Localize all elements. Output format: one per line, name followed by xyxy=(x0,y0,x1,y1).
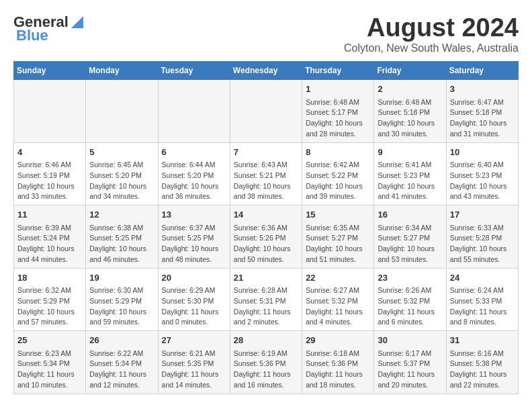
day-info: Sunrise: 6:40 AM Sunset: 5:23 PM Dayligh… xyxy=(450,160,515,202)
day-info: Sunrise: 6:34 AM Sunset: 5:27 PM Dayligh… xyxy=(378,223,442,265)
calendar-cell: 21Sunrise: 6:28 AM Sunset: 5:31 PM Dayli… xyxy=(230,268,302,331)
calendar-cell: 11Sunrise: 6:39 AM Sunset: 5:24 PM Dayli… xyxy=(14,205,86,269)
day-number: 23 xyxy=(378,271,442,285)
day-info: Sunrise: 6:44 AM Sunset: 5:20 PM Dayligh… xyxy=(162,160,226,202)
calendar-cell: 31Sunrise: 6:16 AM Sunset: 5:38 PM Dayli… xyxy=(446,331,518,394)
column-header-friday: Friday xyxy=(374,62,446,80)
day-info: Sunrise: 6:18 AM Sunset: 5:36 PM Dayligh… xyxy=(306,349,370,391)
calendar-cell: 25Sunrise: 6:23 AM Sunset: 5:34 PM Dayli… xyxy=(14,331,86,394)
day-info: Sunrise: 6:38 AM Sunset: 5:25 PM Dayligh… xyxy=(89,223,154,265)
calendar-cell: 28Sunrise: 6:19 AM Sunset: 5:36 PM Dayli… xyxy=(230,331,302,394)
calendar-cell: 1Sunrise: 6:48 AM Sunset: 5:17 PM Daylig… xyxy=(302,80,374,143)
calendar-cell: 9Sunrise: 6:41 AM Sunset: 5:23 PM Daylig… xyxy=(374,142,446,205)
day-number: 10 xyxy=(450,146,515,159)
day-info: Sunrise: 6:39 AM Sunset: 5:24 PM Dayligh… xyxy=(17,223,82,265)
calendar-cell: 22Sunrise: 6:27 AM Sunset: 5:32 PM Dayli… xyxy=(302,268,374,331)
column-header-sunday: Sunday xyxy=(14,62,86,80)
day-info: Sunrise: 6:17 AM Sunset: 5:37 PM Dayligh… xyxy=(378,349,442,391)
calendar-cell: 20Sunrise: 6:29 AM Sunset: 5:30 PM Dayli… xyxy=(158,268,230,331)
day-info: Sunrise: 6:41 AM Sunset: 5:23 PM Dayligh… xyxy=(378,160,442,202)
column-header-thursday: Thursday xyxy=(302,62,374,80)
day-number: 3 xyxy=(450,83,515,96)
day-number: 16 xyxy=(378,208,442,222)
day-number: 25 xyxy=(17,334,82,347)
day-number: 8 xyxy=(306,146,370,159)
column-header-wednesday: Wednesday xyxy=(230,62,302,80)
calendar-cell: 19Sunrise: 6:30 AM Sunset: 5:29 PM Dayli… xyxy=(86,268,158,331)
day-number: 9 xyxy=(378,146,442,159)
day-info: Sunrise: 6:23 AM Sunset: 5:34 PM Dayligh… xyxy=(17,349,82,391)
day-number: 29 xyxy=(306,334,370,347)
calendar-cell: 17Sunrise: 6:33 AM Sunset: 5:28 PM Dayli… xyxy=(446,205,518,269)
day-number: 18 xyxy=(17,271,82,285)
day-info: Sunrise: 6:21 AM Sunset: 5:35 PM Dayligh… xyxy=(162,349,226,391)
week-row-5: 25Sunrise: 6:23 AM Sunset: 5:34 PM Dayli… xyxy=(14,331,519,394)
title-area: August 2024 Colyton, New South Wales, Au… xyxy=(344,13,519,54)
calendar-cell: 29Sunrise: 6:18 AM Sunset: 5:36 PM Dayli… xyxy=(302,331,374,394)
day-info: Sunrise: 6:48 AM Sunset: 5:18 PM Dayligh… xyxy=(378,97,442,140)
calendar-cell xyxy=(158,80,230,143)
calendar-cell xyxy=(86,80,158,143)
day-info: Sunrise: 6:32 AM Sunset: 5:29 PM Dayligh… xyxy=(17,285,82,328)
logo-arrow-icon xyxy=(71,16,83,28)
calendar-cell: 5Sunrise: 6:45 AM Sunset: 5:20 PM Daylig… xyxy=(86,142,158,205)
day-number: 1 xyxy=(306,83,370,96)
day-number: 30 xyxy=(378,334,442,347)
calendar-cell: 30Sunrise: 6:17 AM Sunset: 5:37 PM Dayli… xyxy=(374,331,446,394)
week-row-2: 4Sunrise: 6:46 AM Sunset: 5:19 PM Daylig… xyxy=(14,142,519,205)
day-number: 21 xyxy=(234,271,298,285)
calendar-cell xyxy=(230,80,302,143)
day-info: Sunrise: 6:24 AM Sunset: 5:33 PM Dayligh… xyxy=(450,285,515,328)
calendar-cell: 13Sunrise: 6:37 AM Sunset: 5:25 PM Dayli… xyxy=(158,205,230,269)
calendar-header-row: SundayMondayTuesdayWednesdayThursdayFrid… xyxy=(14,62,519,80)
calendar-cell xyxy=(14,80,86,143)
day-number: 20 xyxy=(162,271,226,285)
calendar-cell: 15Sunrise: 6:35 AM Sunset: 5:27 PM Dayli… xyxy=(302,205,374,269)
day-info: Sunrise: 6:33 AM Sunset: 5:28 PM Dayligh… xyxy=(450,223,515,265)
calendar-cell: 16Sunrise: 6:34 AM Sunset: 5:27 PM Dayli… xyxy=(374,205,446,269)
calendar-cell: 6Sunrise: 6:44 AM Sunset: 5:20 PM Daylig… xyxy=(158,142,230,205)
calendar-cell: 7Sunrise: 6:43 AM Sunset: 5:21 PM Daylig… xyxy=(230,142,302,205)
calendar-cell: 2Sunrise: 6:48 AM Sunset: 5:18 PM Daylig… xyxy=(374,80,446,143)
day-info: Sunrise: 6:19 AM Sunset: 5:36 PM Dayligh… xyxy=(234,349,298,391)
day-info: Sunrise: 6:28 AM Sunset: 5:31 PM Dayligh… xyxy=(234,285,298,328)
day-number: 12 xyxy=(89,208,154,222)
calendar-table: SundayMondayTuesdayWednesdayThursdayFrid… xyxy=(13,61,519,394)
day-number: 13 xyxy=(162,208,226,222)
calendar-cell: 23Sunrise: 6:26 AM Sunset: 5:32 PM Dayli… xyxy=(374,268,446,331)
calendar-cell: 24Sunrise: 6:24 AM Sunset: 5:33 PM Dayli… xyxy=(446,268,518,331)
day-number: 2 xyxy=(378,83,442,96)
day-number: 14 xyxy=(234,208,298,222)
day-number: 19 xyxy=(89,271,154,285)
calendar-cell: 12Sunrise: 6:38 AM Sunset: 5:25 PM Dayli… xyxy=(86,205,158,269)
day-info: Sunrise: 6:37 AM Sunset: 5:25 PM Dayligh… xyxy=(162,223,226,265)
calendar-cell: 3Sunrise: 6:47 AM Sunset: 5:18 PM Daylig… xyxy=(446,80,518,143)
calendar-cell: 14Sunrise: 6:36 AM Sunset: 5:26 PM Dayli… xyxy=(230,205,302,269)
column-header-monday: Monday xyxy=(86,62,158,80)
calendar-body: 1Sunrise: 6:48 AM Sunset: 5:17 PM Daylig… xyxy=(14,80,519,394)
page-header: General Blue August 2024 Colyton, New So… xyxy=(13,13,519,54)
day-info: Sunrise: 6:29 AM Sunset: 5:30 PM Dayligh… xyxy=(162,285,226,328)
main-title: August 2024 xyxy=(344,13,519,42)
day-number: 5 xyxy=(89,146,154,159)
week-row-1: 1Sunrise: 6:48 AM Sunset: 5:17 PM Daylig… xyxy=(14,80,519,143)
week-row-4: 18Sunrise: 6:32 AM Sunset: 5:29 PM Dayli… xyxy=(14,268,519,331)
day-number: 31 xyxy=(450,334,515,347)
day-number: 4 xyxy=(17,146,82,159)
day-info: Sunrise: 6:30 AM Sunset: 5:29 PM Dayligh… xyxy=(89,285,154,328)
calendar-cell: 26Sunrise: 6:22 AM Sunset: 5:34 PM Dayli… xyxy=(86,331,158,394)
calendar-cell: 10Sunrise: 6:40 AM Sunset: 5:23 PM Dayli… xyxy=(446,142,518,205)
day-number: 27 xyxy=(162,334,226,347)
week-row-3: 11Sunrise: 6:39 AM Sunset: 5:24 PM Dayli… xyxy=(14,205,519,269)
day-info: Sunrise: 6:43 AM Sunset: 5:21 PM Dayligh… xyxy=(234,160,298,202)
svg-marker-0 xyxy=(71,16,83,28)
day-number: 6 xyxy=(162,146,226,159)
calendar-cell: 18Sunrise: 6:32 AM Sunset: 5:29 PM Dayli… xyxy=(14,268,86,331)
day-number: 7 xyxy=(234,146,298,159)
calendar-cell: 8Sunrise: 6:42 AM Sunset: 5:22 PM Daylig… xyxy=(302,142,374,205)
day-info: Sunrise: 6:47 AM Sunset: 5:18 PM Dayligh… xyxy=(450,97,515,140)
day-info: Sunrise: 6:26 AM Sunset: 5:32 PM Dayligh… xyxy=(378,285,442,328)
logo-blue: Blue xyxy=(13,27,48,44)
day-number: 11 xyxy=(17,208,82,222)
calendar-cell: 4Sunrise: 6:46 AM Sunset: 5:19 PM Daylig… xyxy=(14,142,86,205)
